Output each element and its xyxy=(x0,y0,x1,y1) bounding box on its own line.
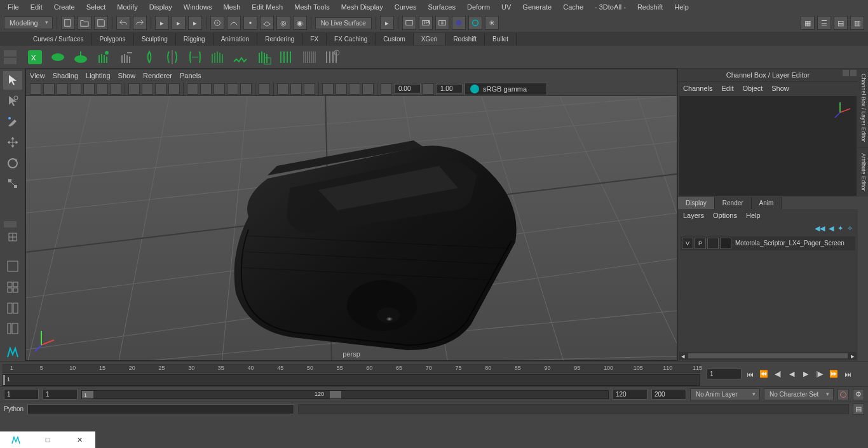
layer-color-swatch[interactable] xyxy=(720,238,731,249)
menu-generate[interactable]: Generate xyxy=(517,1,557,13)
animation-prefs-icon[interactable]: ⚙ xyxy=(853,389,864,400)
xgen-convert-interactive-icon[interactable] xyxy=(71,48,90,67)
menu-edit[interactable]: Edit xyxy=(25,1,48,13)
layer-tab-anim[interactable]: Anim xyxy=(752,197,782,209)
layer-move-down-icon[interactable]: ◀ xyxy=(829,224,834,233)
layer-tab-display[interactable]: Display xyxy=(678,197,715,209)
shadows-icon[interactable] xyxy=(240,83,252,95)
channelbox-menu-object[interactable]: Object xyxy=(742,85,763,92)
layer-menu-layers[interactable]: Layers xyxy=(683,212,704,219)
sidetab-attribute-editor[interactable]: Attribute Editor xyxy=(858,148,868,197)
menu-edit-mesh[interactable]: Edit Mesh xyxy=(247,1,288,13)
anim-layer-dropdown[interactable]: No Anim Layer xyxy=(690,388,760,400)
step-back-frame-icon[interactable]: ◀| xyxy=(772,369,783,380)
time-ruler[interactable]: 1510152025303540455055606570758085909510… xyxy=(3,364,700,373)
character-set-dropdown[interactable]: No Character Set xyxy=(764,388,834,400)
xray-joints-icon[interactable] xyxy=(290,83,302,95)
open-scene-icon[interactable] xyxy=(78,16,92,30)
step-back-key-icon[interactable]: ⏪ xyxy=(758,369,770,380)
play-backward-icon[interactable]: ◀ xyxy=(786,369,797,380)
shelf-tab-sculpting[interactable]: Sculpting xyxy=(134,33,176,45)
menu-create[interactable]: Create xyxy=(49,1,80,13)
grid-icon[interactable] xyxy=(128,83,140,95)
toggle-outliner-icon[interactable]: ☰ xyxy=(817,16,831,30)
colorspace-dropdown[interactable]: sRGB gamma xyxy=(465,83,547,95)
lock-camera-icon[interactable] xyxy=(43,83,55,95)
xgen-guide-toggle-icon[interactable] xyxy=(140,48,159,67)
playback-start-field[interactable]: 1 xyxy=(43,389,78,400)
display-layer-row[interactable]: V P Motorola_Scriptor_LX4_Pager_Screen xyxy=(681,236,855,250)
menu--dtoall-[interactable]: - 3DtoAll - xyxy=(590,1,631,13)
shelf-tab-polygons[interactable]: Polygons xyxy=(92,33,133,45)
command-input[interactable] xyxy=(27,404,294,414)
snap-curve-icon[interactable] xyxy=(227,16,241,30)
shelf-tab-bullet[interactable]: Bullet xyxy=(485,33,517,45)
xgen-wires-icon[interactable] xyxy=(277,48,296,67)
layer-new-selected-icon[interactable]: ✧ xyxy=(847,224,853,233)
shaded-icon[interactable] xyxy=(200,83,212,95)
panel-menu-view[interactable]: View xyxy=(30,71,45,81)
taskbar-app-icon[interactable] xyxy=(0,431,32,448)
step-forward-frame-icon[interactable]: |▶ xyxy=(814,369,825,380)
render-settings-icon[interactable] xyxy=(435,16,449,30)
snap-live-icon[interactable]: ◎ xyxy=(276,16,290,30)
multisample-icon[interactable] xyxy=(349,83,360,95)
xgen-groom-add-icon[interactable] xyxy=(94,48,113,67)
menu-display[interactable]: Display xyxy=(144,1,177,13)
select-hierarchy-icon[interactable]: ▸ xyxy=(155,16,169,30)
layer-move-up-icon[interactable]: ◀◀ xyxy=(815,224,825,233)
xray-icon[interactable] xyxy=(277,83,288,95)
ao-icon[interactable] xyxy=(322,83,334,95)
shelf-tab-xgen[interactable]: XGen xyxy=(414,33,446,45)
menu-curves[interactable]: Curves xyxy=(390,1,422,13)
current-frame-field[interactable]: 1 xyxy=(707,369,742,379)
go-to-start-icon[interactable]: ⏮ xyxy=(744,369,756,380)
menu-windows[interactable]: Windows xyxy=(179,1,217,13)
shelf-tab-rendering[interactable]: Rendering xyxy=(257,33,302,45)
redo-icon[interactable] xyxy=(133,16,147,30)
script-editor-icon[interactable]: ▤ xyxy=(853,404,864,415)
textured-icon[interactable] xyxy=(214,83,225,95)
menu-help[interactable]: Help xyxy=(669,1,694,13)
snap-point-icon[interactable] xyxy=(243,16,257,30)
ipr-render-icon[interactable]: IPR xyxy=(419,16,433,30)
layer-tab-render[interactable]: Render xyxy=(715,197,752,209)
render-frame-icon[interactable] xyxy=(402,16,416,30)
panel-menu-lighting[interactable]: Lighting xyxy=(86,71,111,81)
bookmark-icon[interactable] xyxy=(70,83,81,95)
shelf-editor-icon[interactable] xyxy=(4,221,17,227)
range-track[interactable]: 1 120 xyxy=(81,390,609,399)
toggle-modeling-toolkit-icon[interactable]: ▦ xyxy=(801,16,815,30)
shelf-tab-fx-caching[interactable]: FX Caching xyxy=(327,33,376,45)
layer-playback-toggle[interactable]: P xyxy=(695,238,706,249)
layer-scrollbar[interactable] xyxy=(688,353,848,358)
construction-history-icon[interactable]: ▸ xyxy=(380,16,394,30)
toggle-attribute-editor-icon[interactable]: ▤ xyxy=(834,16,848,30)
taskbar-minimize-icon[interactable]: □ xyxy=(32,431,64,448)
xray-components-icon[interactable] xyxy=(304,83,315,95)
taskbar-close-icon[interactable]: ✕ xyxy=(64,431,95,448)
xgen-sculpt-icon[interactable] xyxy=(208,48,227,67)
panel-menu-renderer[interactable]: Renderer xyxy=(143,71,172,81)
xgen-clump-icon[interactable] xyxy=(231,48,250,67)
auto-keyframe-toggle-icon[interactable] xyxy=(837,389,849,400)
range-handle-end[interactable]: 120 xyxy=(330,391,341,398)
shelf-tab-fx[interactable]: FX xyxy=(302,33,327,45)
menu-uv[interactable]: UV xyxy=(496,1,516,13)
xgen-groom-delete-icon[interactable] xyxy=(117,48,136,67)
new-scene-icon[interactable] xyxy=(61,16,75,30)
xgen-guide-mirror-icon[interactable] xyxy=(163,48,182,67)
gamma-icon[interactable] xyxy=(423,83,434,95)
select-object-icon[interactable]: ▸ xyxy=(172,16,186,30)
exposure-field[interactable]: 0.00 xyxy=(394,84,421,93)
panel-menu-shading[interactable]: Shading xyxy=(53,71,78,81)
shelf-tab-redshift[interactable]: Redshift xyxy=(445,33,485,45)
hypershade-icon[interactable] xyxy=(452,16,466,30)
image-plane-icon[interactable] xyxy=(83,83,95,95)
shelf-tab-animation[interactable]: Animation xyxy=(214,33,257,45)
select-camera-icon[interactable] xyxy=(30,83,41,95)
film-gate-icon[interactable] xyxy=(142,83,153,95)
layer-menu-help[interactable]: Help xyxy=(746,212,761,219)
xgen-transfer-icon[interactable] xyxy=(186,48,205,67)
isolate-select-icon[interactable] xyxy=(259,83,270,95)
